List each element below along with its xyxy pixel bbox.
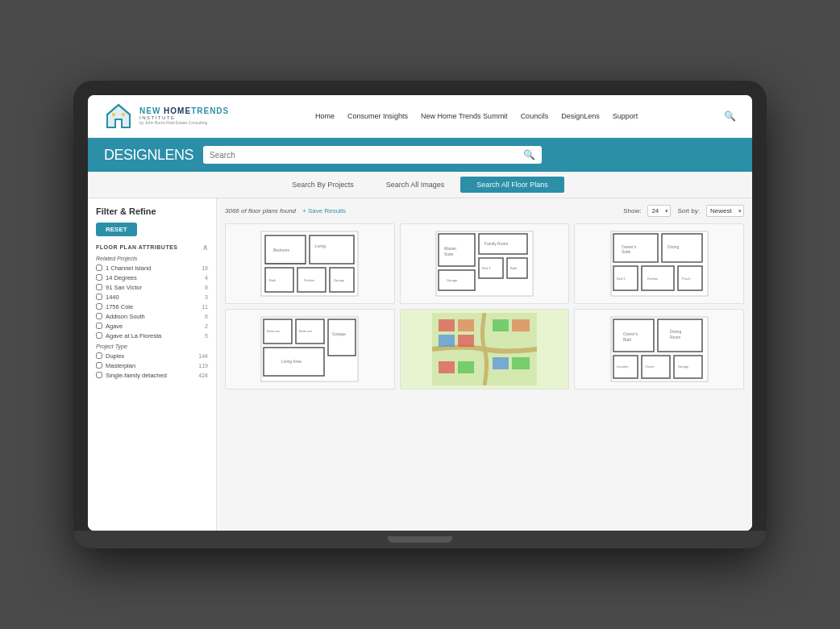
project-label-4: 1440 (106, 294, 119, 301)
type-checkbox-1[interactable] (96, 352, 102, 359)
svg-text:Porch: Porch (682, 277, 690, 281)
tab-all-floor-plans[interactable]: Search All Floor Plans (460, 177, 564, 193)
type-row-1: Duplex 144 (96, 351, 208, 360)
designlens-search-icon: 🔍 (523, 149, 535, 160)
project-row-5: 1756 Cole 11 (96, 302, 208, 311)
designlens-bar: DESIGNLENS 🔍 (88, 138, 752, 172)
show-label: Show: (623, 207, 641, 215)
floor-plan-svg-4: Bedroom Bedroom Garage Living Area (257, 313, 362, 385)
project-checkbox-8[interactable] (96, 332, 102, 339)
svg-text:Bath: Bath (510, 266, 517, 270)
project-checkbox-6[interactable] (96, 313, 102, 319)
logo-byline: by John Burns Real Estate Consulting (139, 121, 229, 126)
show-select[interactable]: 24 12 48 96 (647, 205, 671, 217)
svg-rect-61 (458, 361, 474, 373)
results-right: Show: 24 12 48 96 Sort by: (623, 205, 744, 217)
svg-text:Dining: Dining (670, 329, 681, 334)
floor-card-6[interactable]: Owner's Bath Dining Room Laundry Closet … (574, 309, 744, 389)
svg-text:Kitchen: Kitchen (304, 278, 314, 282)
tab-all-images[interactable]: Search All Images (370, 177, 461, 193)
sort-select[interactable]: Newest Oldest A-Z Z-A (706, 205, 744, 217)
show-select-wrapper: 24 12 48 96 (647, 205, 671, 217)
project-row-3: 91 San Victor 8 (96, 282, 208, 292)
designlens-search-input[interactable] (210, 151, 518, 160)
svg-text:Laundry: Laundry (617, 364, 628, 369)
svg-rect-59 (512, 357, 530, 369)
nav-support[interactable]: Support (613, 112, 638, 120)
type-count-3: 424 (198, 373, 208, 378)
floor-card-5[interactable] (400, 309, 570, 389)
svg-text:Bedroom: Bedroom (273, 248, 289, 252)
logo-text: NEW HOMETRENDS INSTITUTE by John Burns R… (139, 106, 229, 125)
svg-text:Kitchen: Kitchen (647, 277, 658, 281)
svg-text:Owner's: Owner's (623, 331, 638, 336)
svg-text:Suite: Suite (444, 252, 454, 256)
header-search-icon[interactable]: 🔍 (724, 110, 736, 122)
section-toggle-floor-plan[interactable]: ∧ (202, 243, 208, 252)
subsection-type-label: Project Type (96, 344, 208, 349)
svg-rect-29 (611, 231, 708, 296)
laptop-base (73, 531, 767, 548)
floor-card-1[interactable]: Bedroom Living Bath Kitchen Garage (225, 223, 395, 304)
save-results-button[interactable]: + Save Results (302, 207, 346, 215)
logo-new: NEW (139, 106, 160, 115)
svg-rect-4 (122, 113, 125, 116)
filter-title: Filter & Refine (96, 206, 208, 216)
project-row-6: Addison South 6 (96, 311, 208, 321)
type-count-1: 144 (198, 353, 208, 359)
designlens-search-bar[interactable]: 🔍 (203, 146, 542, 164)
project-count-6: 6 (205, 314, 208, 319)
floor-card-2[interactable]: Master Suite Family Room Bed 2 Bath Gara… (400, 223, 570, 304)
project-count-1: 19 (202, 265, 208, 271)
designlens-logo: DESIGNLENS (104, 147, 193, 164)
project-label-3: 91 San Victor (106, 284, 142, 291)
svg-rect-42 (261, 317, 358, 381)
screen: NEW HOMETRENDS INSTITUTE by John Burns R… (88, 95, 752, 531)
nav-consumer-insights[interactable]: Consumer Insights (347, 112, 408, 120)
svg-rect-54 (439, 335, 455, 347)
project-checkbox-2[interactable] (96, 274, 102, 281)
type-checkbox-2[interactable] (96, 362, 102, 369)
svg-text:Bath: Bath (269, 278, 276, 282)
project-count-4: 3 (205, 294, 208, 300)
svg-rect-58 (493, 357, 509, 369)
tab-by-projects[interactable]: Search By Projects (276, 177, 370, 193)
subsection-related-label: Related Projects (96, 256, 208, 261)
nav-councils[interactable]: Councils (521, 112, 549, 120)
nav-home[interactable]: Home (315, 112, 335, 120)
type-checkbox-3[interactable] (96, 372, 102, 378)
laptop-frame: NEW HOMETRENDS INSTITUTE by John Burns R… (73, 81, 767, 548)
results-left: 3066 of floor plans found + Save Results (225, 207, 346, 215)
project-checkbox-4[interactable] (96, 294, 102, 300)
svg-text:Living: Living (315, 244, 326, 248)
svg-rect-53 (458, 319, 474, 331)
nav-summit[interactable]: New Home Trends Summit (421, 112, 508, 120)
project-count-5: 11 (202, 304, 208, 310)
type-label-2: Masterplan (106, 362, 135, 369)
section-label-floor-plan: FLOOR PLAN ATTRIBUTES (96, 244, 178, 250)
floor-card-3[interactable]: Owner's Suite Dining Bed 3 Kitchen Porch (574, 223, 744, 304)
reset-button[interactable]: RESET (96, 223, 137, 236)
project-checkbox-1[interactable] (96, 265, 102, 271)
project-checkbox-7[interactable] (96, 323, 102, 329)
floor-card-4[interactable]: Bedroom Bedroom Garage Living Area (225, 309, 395, 389)
design-text: DESIGN (104, 147, 157, 163)
project-label-2: 14 Degrees (106, 274, 137, 281)
project-count-7: 2 (205, 323, 208, 329)
svg-text:Bedroom: Bedroom (267, 329, 281, 333)
floor-plan-grid: Bedroom Living Bath Kitchen Garage (225, 223, 744, 389)
right-panel: 3066 of floor plans found + Save Results… (217, 198, 752, 531)
project-checkbox-3[interactable] (96, 284, 102, 290)
svg-rect-52 (439, 319, 455, 331)
project-label-5: 1756 Cole (106, 303, 133, 310)
svg-text:Living Area: Living Area (281, 359, 301, 364)
svg-rect-55 (458, 335, 474, 347)
svg-text:Master: Master (444, 246, 457, 251)
logo-title: NEW HOMETRENDS (139, 106, 229, 115)
svg-text:Dining: Dining (667, 244, 679, 249)
nav-designlens[interactable]: DesignLens (561, 112, 600, 120)
project-checkbox-5[interactable] (96, 303, 102, 310)
svg-text:Garage: Garage (447, 278, 458, 282)
svg-text:Bedroom: Bedroom (299, 329, 313, 333)
svg-text:Suite: Suite (622, 249, 631, 254)
